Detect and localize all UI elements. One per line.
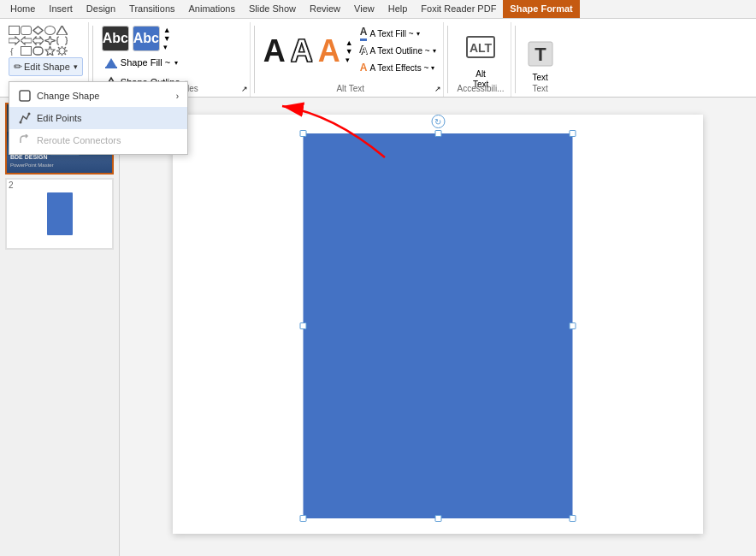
text-icon: T (527, 40, 554, 71)
svg-marker-5 (44, 36, 56, 45)
change-shape-item[interactable]: Change Shape › (9, 85, 187, 107)
rotate-handle[interactable]: ↻ (431, 115, 445, 128)
insert-shapes-group: { ✏ Edit Sh (3, 22, 89, 97)
divider-3 (447, 26, 448, 93)
svg-rect-7 (33, 47, 43, 55)
handle-top-right[interactable] (570, 130, 576, 137)
tab-view[interactable]: View (347, 0, 381, 18)
text-group: T Text Text (519, 22, 562, 97)
svg-point-11 (20, 121, 22, 124)
style-swatches-row: Abc Abc ▲ ▼ ▾ (102, 26, 171, 51)
svg-text:{: { (10, 46, 14, 56)
shape-rect[interactable] (9, 26, 20, 35)
wordart-scroll-down[interactable]: ▼ (346, 47, 353, 56)
accessibility-label: Accessibili... (452, 84, 511, 93)
slide-panel: 1 BDE DESIGNPowerPoint Master 2 (0, 98, 120, 556)
shape-styles-expand-icon[interactable]: ↗ (241, 85, 248, 93)
divider-2 (254, 26, 255, 93)
style-swatch-blue[interactable]: Abc (133, 26, 160, 51)
shape-arrow-left[interactable] (21, 36, 32, 45)
handle-top-center[interactable] (434, 130, 441, 137)
style-swatch-dark[interactable]: Abc (102, 26, 129, 51)
edit-shape-button[interactable]: ✏ Edit Shape ▾ (9, 57, 83, 76)
shapes-grid: { (9, 26, 83, 56)
svg-marker-0 (33, 27, 43, 34)
handle-middle-right[interactable] (570, 322, 576, 329)
reroute-label: Reroute Connectors (37, 135, 121, 145)
shape-brace[interactable] (56, 36, 68, 45)
alt-text-button[interactable]: ALT AltText (463, 31, 499, 92)
wordart-styles-group: A A A ▲ ▼ ▾ A A Text Fill ~ ▾ A A (258, 22, 444, 97)
reroute-connectors-item: Reroute Connectors (9, 129, 187, 151)
shape-flowchart-term[interactable] (32, 46, 44, 56)
shape-explosion[interactable] (56, 46, 68, 56)
shape-curly-brace[interactable]: { (9, 46, 20, 56)
slide-number-2: 2 (9, 180, 14, 190)
handle-bottom-center[interactable] (434, 515, 441, 522)
shape-arrow-both[interactable] (32, 36, 44, 45)
wordart-expand-icon[interactable]: ↗ (434, 85, 441, 93)
svg-text:T: T (535, 44, 546, 65)
slide-canvas[interactable]: ↻ (173, 115, 703, 534)
text-effects-button[interactable]: A A Text Effects ~ ▾ (358, 60, 438, 76)
svg-marker-1 (56, 26, 68, 35)
handle-top-left[interactable] (300, 130, 307, 137)
blue-rectangle[interactable]: ↻ (304, 133, 573, 518)
shape-star5[interactable] (44, 46, 56, 56)
slide-2-image (7, 180, 112, 248)
svg-marker-3 (21, 37, 32, 44)
shape-oval[interactable] (44, 26, 56, 35)
tab-review[interactable]: Review (303, 0, 347, 18)
tab-animations[interactable]: Animations (182, 0, 242, 18)
change-shape-icon (18, 89, 32, 103)
text-outline-a-icon: A (360, 45, 368, 56)
handle-middle-left[interactable] (300, 322, 307, 329)
wordart-scroll-up[interactable]: ▲ (346, 38, 353, 47)
text-effects-label: A Text Effects ~ (369, 63, 428, 73)
scroll-down-icon[interactable]: ▼ (163, 35, 171, 43)
edit-points-item[interactable]: Edit Points (9, 107, 187, 129)
handle-bottom-left[interactable] (300, 515, 307, 522)
slide-thumb-2[interactable]: 2 (5, 178, 114, 250)
canvas-area: ↻ (120, 98, 756, 556)
wordart-letter-outline[interactable]: A (291, 33, 313, 69)
shape-rounded-rect[interactable] (21, 26, 32, 35)
change-shape-chevron: › (176, 92, 179, 101)
text-outline-arrow: ▾ (433, 47, 436, 55)
wordart-letter-black[interactable]: A (263, 33, 286, 69)
text-outline-label: A Text Outline ~ (369, 46, 429, 56)
wordart-options: A A Text Fill ~ ▾ A A Text Outline ~ ▾ A… (358, 26, 438, 76)
svg-marker-4 (32, 37, 44, 44)
fill-dropdown-arrow: ▾ (174, 59, 178, 67)
alt-text-group: ALT AltText Accessibili... (452, 22, 511, 97)
slide-1-logo: BDE DESIGNPowerPoint Master (10, 154, 54, 169)
text-fill-button[interactable]: A A Text Fill ~ ▾ (358, 26, 438, 42)
tab-insert[interactable]: Insert (42, 0, 80, 18)
change-shape-label: Change Shape (37, 91, 99, 101)
edit-shape-icon: ✏ (14, 61, 22, 73)
tab-slideshow[interactable]: Slide Show (242, 0, 303, 18)
wordart-scroll: ▲ ▼ ▾ (346, 38, 353, 64)
tab-foxit[interactable]: Foxit Reader PDF (414, 0, 503, 18)
tab-design[interactable]: Design (80, 0, 122, 18)
tab-shape-format[interactable]: Shape Format (503, 0, 579, 18)
text-button[interactable]: T Text (524, 38, 557, 85)
wordart-expand[interactable]: ▾ (346, 56, 353, 64)
scroll-up-icon[interactable]: ▲ (163, 27, 171, 34)
tab-help[interactable]: Help (381, 0, 415, 18)
tab-transitions[interactable]: Transitions (122, 0, 181, 18)
shape-diamond[interactable] (32, 26, 44, 35)
shape-flowchart-proc[interactable] (21, 46, 32, 56)
handle-bottom-right[interactable] (570, 515, 576, 522)
shape-star4[interactable] (44, 36, 56, 45)
shape-arrow-right[interactable] (9, 36, 20, 45)
tab-home[interactable]: Home (3, 0, 42, 18)
shape-fill-button[interactable]: Shape Fill ~ ▾ (102, 54, 180, 71)
edit-shape-label: Edit Shape (24, 62, 70, 72)
wordart-letter-orange[interactable]: A (318, 33, 340, 69)
insert-shapes-content: { ✏ Edit Sh (9, 22, 83, 97)
shape-triangle[interactable] (56, 26, 68, 35)
edit-points-icon (18, 111, 32, 125)
expand-styles-icon[interactable]: ▾ (163, 44, 171, 51)
text-outline-button[interactable]: A A Text Outline ~ ▾ (358, 43, 438, 59)
